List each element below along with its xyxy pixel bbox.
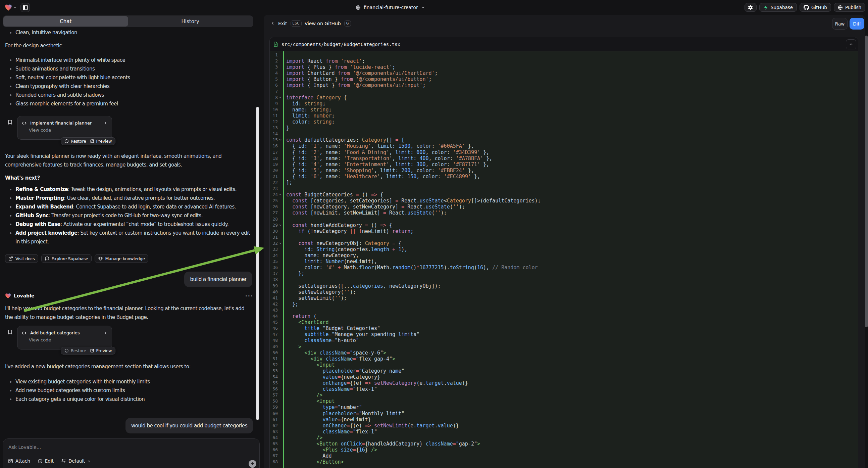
view-on-github-button[interactable]: View on GitHub G bbox=[305, 21, 351, 27]
sidebar-toggle-button[interactable] bbox=[21, 3, 30, 12]
code-text: onChange={(e) => setNewCategory(e.target… bbox=[278, 380, 858, 386]
code-text: <Input bbox=[278, 398, 858, 404]
file-diff-container: src/components/budget/BudgetCategories.t… bbox=[270, 37, 858, 468]
code-text: { id: '3', name: 'Transportation', limit… bbox=[278, 155, 858, 162]
code-line: 64 /> bbox=[270, 435, 858, 441]
restore-label: Restore bbox=[71, 139, 86, 144]
tab-history[interactable]: History bbox=[128, 16, 253, 27]
supabase-label: Supabase bbox=[771, 5, 793, 10]
fold-chevron-icon[interactable] bbox=[279, 96, 282, 99]
line-number: 59 bbox=[270, 404, 278, 410]
diff-toggle-button[interactable]: Diff bbox=[849, 18, 864, 30]
explore-supabase-button[interactable]: Explore Supabase bbox=[41, 254, 92, 263]
send-button[interactable] bbox=[249, 460, 256, 468]
code-line: 43 bbox=[270, 307, 858, 313]
logo-chevron-down-icon[interactable] bbox=[13, 6, 17, 9]
edit-button[interactable]: Edit bbox=[38, 458, 54, 464]
chat-scrollbar[interactable] bbox=[256, 107, 259, 420]
supabase-button[interactable]: Supabase bbox=[759, 3, 797, 12]
collapse-file-button[interactable] bbox=[846, 39, 856, 49]
code-text: }; bbox=[278, 301, 858, 307]
fold-chevron-icon[interactable] bbox=[279, 138, 282, 141]
exit-button[interactable]: Exit ESC bbox=[271, 21, 302, 27]
fold-chevron-icon[interactable] bbox=[279, 224, 282, 227]
code-line: 21 { id: '6', name: 'Healthcare', limit:… bbox=[270, 174, 858, 180]
code-line: 28 bbox=[270, 216, 858, 222]
line-number: 12 bbox=[270, 119, 278, 125]
line-number: 36 bbox=[270, 265, 278, 271]
mode-selector[interactable]: Default bbox=[61, 458, 91, 464]
code-line: 68 </Button> bbox=[270, 459, 858, 465]
line-number: 28 bbox=[270, 216, 278, 222]
github-button[interactable]: GitHub bbox=[800, 3, 831, 12]
line-number: 47 bbox=[270, 331, 278, 338]
view-code-link[interactable]: View code bbox=[18, 335, 112, 343]
code-text: name: string; bbox=[278, 107, 858, 113]
line-number: 54 bbox=[270, 374, 278, 380]
bookmark-icon[interactable] bbox=[7, 119, 13, 125]
code-text: setCategories([...categories, newCategor… bbox=[278, 283, 858, 289]
publish-label: Publish bbox=[845, 5, 861, 10]
code-text: if (!newCategory || !newLimit) return; bbox=[278, 228, 858, 234]
fold-chevron-icon[interactable] bbox=[279, 242, 282, 245]
line-number: 41 bbox=[270, 295, 278, 301]
view-code-link[interactable]: View code bbox=[18, 125, 112, 133]
tab-chat[interactable]: Chat bbox=[3, 16, 128, 27]
line-number: 21 bbox=[270, 174, 278, 180]
line-number: 9 bbox=[270, 101, 278, 107]
code-line: 30 if (!newCategory || !newLimit) return… bbox=[270, 228, 858, 234]
line-number: 2 bbox=[270, 58, 278, 64]
fold-chevron-icon[interactable] bbox=[279, 193, 282, 196]
code-text: const [categories, setCategories] = Reac… bbox=[278, 198, 858, 204]
attach-button[interactable]: Attach bbox=[8, 458, 30, 464]
code-line: 51 <div className="flex gap-4"> bbox=[270, 356, 858, 362]
line-number: 31 bbox=[270, 234, 278, 240]
code-line: 34 name: newCategory, bbox=[270, 253, 858, 259]
bullet-item: Master Prompting: Use clear, detailed, a… bbox=[5, 194, 255, 202]
settings-button[interactable] bbox=[745, 3, 756, 12]
line-number: 67 bbox=[270, 453, 278, 459]
panel-left-icon bbox=[23, 5, 28, 10]
code-line: 63 className="flex-1" bbox=[270, 429, 858, 435]
chevron-right-icon bbox=[103, 331, 108, 335]
line-number: 53 bbox=[270, 368, 278, 374]
message-options-button[interactable]: ··· bbox=[245, 293, 253, 299]
code-change-card-2[interactable]: Add budget categories View code bbox=[17, 326, 112, 350]
preview-button[interactable]: Preview bbox=[90, 349, 112, 353]
code-text: import ChartCard from '@/components/ui/C… bbox=[278, 70, 858, 76]
code-text: className="flex-1" bbox=[278, 386, 858, 392]
code-line: 2import React from 'react'; bbox=[270, 58, 858, 64]
manage-knowledge-button[interactable]: Manage knowledge bbox=[95, 254, 148, 263]
code-text: /> bbox=[278, 435, 858, 441]
file-added-icon bbox=[274, 41, 278, 47]
gear-icon bbox=[748, 5, 753, 10]
mode-label: Default bbox=[68, 458, 85, 464]
line-number: 35 bbox=[270, 259, 278, 265]
code-text bbox=[278, 216, 858, 222]
preview-icon bbox=[90, 139, 94, 143]
supabase-icon bbox=[763, 5, 768, 10]
bookmark-icon-2[interactable] bbox=[7, 329, 13, 335]
code-line: 62 onChange={(e) => setNewLimit(e.target… bbox=[270, 423, 858, 429]
bullet-item: Each category gets a unique color for vi… bbox=[5, 395, 252, 404]
file-header[interactable]: src/components/budget/BudgetCategories.t… bbox=[270, 37, 858, 51]
bullet-item: Glass-morphic elements for a premium fee… bbox=[5, 99, 252, 108]
line-number: 13 bbox=[270, 125, 278, 131]
code-change-card-1[interactable]: Implement financial planner View code bbox=[17, 116, 112, 140]
lovable-logo-icon[interactable] bbox=[5, 4, 12, 11]
restore-button[interactable]: Restore bbox=[64, 349, 86, 353]
chevron-up-icon bbox=[849, 42, 853, 46]
code-area[interactable]: 12import React from 'react';3import { Pl… bbox=[270, 51, 858, 468]
window-scrollbar[interactable] bbox=[865, 36, 868, 327]
diff-added-indicator bbox=[283, 51, 284, 468]
publish-button[interactable]: Publish bbox=[834, 3, 865, 12]
line-number: 56 bbox=[270, 386, 278, 392]
preview-button[interactable]: Preview bbox=[90, 139, 112, 144]
raw-toggle-button[interactable]: Raw bbox=[832, 18, 847, 30]
restore-button[interactable]: Restore bbox=[64, 139, 86, 144]
edit-label: Edit bbox=[45, 458, 54, 464]
visit-docs-button[interactable]: Visit docs bbox=[5, 254, 38, 263]
project-switcher[interactable]: financial-future-creator bbox=[355, 3, 425, 12]
line-number: 60 bbox=[270, 411, 278, 417]
composer-input[interactable]: Ask Lovable... bbox=[8, 444, 41, 450]
